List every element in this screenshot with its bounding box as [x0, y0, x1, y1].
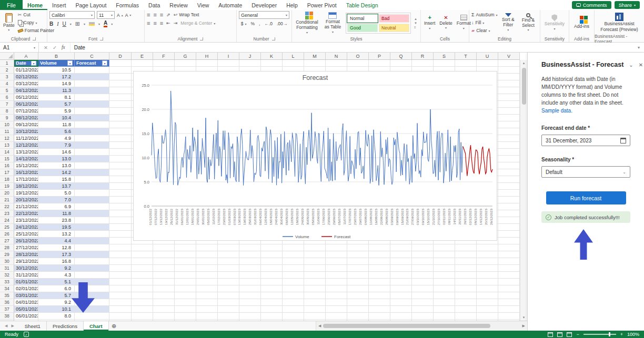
tab-table-design[interactable]: Table Design — [341, 0, 383, 10]
cell[interactable] — [75, 87, 109, 94]
cell[interactable] — [347, 258, 369, 265]
cell[interactable] — [390, 306, 412, 313]
cell[interactable]: 7.9 — [38, 142, 75, 149]
close-icon[interactable]: ✕ — [639, 62, 643, 68]
cell[interactable] — [261, 279, 283, 285]
cell[interactable] — [304, 313, 326, 320]
cell[interactable] — [498, 135, 520, 142]
style-normal[interactable]: Normal — [347, 14, 378, 23]
cell[interactable] — [283, 279, 304, 285]
cell[interactable] — [390, 251, 412, 258]
style-good[interactable]: Good — [347, 24, 378, 32]
format-as-table-button[interactable]: Format as Table▾ — [322, 12, 344, 34]
cell[interactable]: 23/12/2022 — [14, 217, 38, 224]
outdent-icon[interactable]: ⇥ — [174, 21, 178, 26]
run-forecast-button[interactable]: Run forecast — [546, 191, 626, 204]
column-header-L[interactable]: L — [283, 53, 304, 60]
wrap-text-button[interactable]: ↩Wrap Text — [174, 11, 199, 18]
filter-icon[interactable]: ▾ — [67, 60, 73, 66]
cell[interactable] — [75, 210, 109, 217]
scroll-left-icon[interactable]: ◀ — [318, 324, 321, 328]
autosum-button[interactable]: ΣAutoSum▾ — [471, 11, 498, 18]
formula-input[interactable]: Date — [71, 43, 633, 52]
cell[interactable] — [498, 306, 520, 313]
page-break-view-icon[interactable] — [567, 332, 572, 337]
cell[interactable] — [304, 258, 326, 265]
cell[interactable] — [75, 94, 109, 101]
cell[interactable] — [109, 251, 132, 258]
cell[interactable] — [132, 244, 153, 251]
column-header-N[interactable]: N — [326, 53, 347, 60]
align-middle-icon[interactable]: ≡ — [153, 12, 156, 18]
enter-icon[interactable]: ✓ — [53, 45, 57, 50]
row-header-9[interactable]: 9 — [0, 115, 14, 121]
cell[interactable] — [109, 306, 132, 313]
cell[interactable]: 09/12/2022 — [14, 121, 38, 128]
cell[interactable] — [153, 60, 175, 67]
comments-button[interactable]: Comments — [572, 1, 611, 9]
cell[interactable] — [498, 299, 520, 306]
cell[interactable] — [498, 67, 520, 74]
cell[interactable] — [498, 115, 520, 121]
table-header-forecast[interactable]: Forecast▾ — [75, 60, 109, 67]
cell[interactable] — [109, 272, 132, 279]
cell[interactable]: 11/12/2022 — [14, 135, 38, 142]
cell[interactable] — [132, 265, 153, 272]
sheet-tab-sheet1[interactable]: Sheet1 — [19, 321, 47, 331]
cell[interactable] — [477, 285, 498, 292]
gallery-up-icon[interactable]: ▲ — [414, 17, 417, 21]
share-button[interactable]: Share▾ — [615, 1, 640, 9]
cell[interactable] — [283, 313, 304, 320]
cell[interactable] — [261, 306, 283, 313]
column-header-S[interactable]: S — [434, 53, 455, 60]
cell[interactable] — [477, 292, 498, 299]
cell[interactable] — [498, 244, 520, 251]
cell[interactable] — [434, 244, 455, 251]
cell[interactable] — [455, 279, 477, 285]
cell[interactable] — [132, 313, 153, 320]
cell[interactable] — [434, 251, 455, 258]
cell[interactable]: 17/12/2022 — [14, 176, 38, 183]
cell[interactable]: 06/12/2022 — [14, 101, 38, 108]
column-header-H[interactable]: H — [196, 53, 218, 60]
cell[interactable] — [75, 217, 109, 224]
cell[interactable] — [369, 306, 390, 313]
cell[interactable]: 11.3 — [38, 87, 75, 94]
cell[interactable] — [369, 251, 390, 258]
cell[interactable] — [369, 292, 390, 299]
cell[interactable]: 5.9 — [38, 108, 75, 115]
cell[interactable] — [175, 244, 196, 251]
align-top-icon[interactable]: ≡ — [147, 12, 150, 18]
cell[interactable] — [455, 292, 477, 299]
conditional-formatting-button[interactable]: Conditional Formatting▾ — [294, 11, 320, 35]
cell[interactable] — [304, 272, 326, 279]
cell[interactable] — [390, 60, 412, 67]
cell[interactable] — [347, 292, 369, 299]
cell[interactable] — [434, 306, 455, 313]
gallery-down-icon[interactable]: ▼ — [414, 22, 417, 25]
cell[interactable] — [369, 279, 390, 285]
number-format-select[interactable]: General▾ — [239, 11, 289, 19]
cell[interactable] — [326, 272, 347, 279]
cell[interactable] — [132, 60, 153, 67]
font-size-select[interactable]: 11▾ — [97, 11, 115, 19]
column-header-D[interactable]: D — [109, 53, 132, 60]
cell[interactable] — [109, 176, 132, 183]
cell[interactable] — [455, 306, 477, 313]
column-header-P[interactable]: P — [369, 53, 390, 60]
cell[interactable] — [369, 60, 390, 67]
column-header-I[interactable]: I — [218, 53, 239, 60]
cell[interactable] — [498, 265, 520, 272]
zoom-in-icon[interactable]: + — [620, 332, 623, 337]
cell[interactable] — [75, 224, 109, 231]
column-header-J[interactable]: J — [239, 53, 261, 60]
cell[interactable] — [326, 60, 347, 67]
cell[interactable]: 20/12/2022 — [14, 197, 38, 203]
cell[interactable] — [283, 299, 304, 306]
cell[interactable] — [498, 313, 520, 320]
cell[interactable] — [283, 292, 304, 299]
cell[interactable]: 24/12/2022 — [14, 224, 38, 231]
cell[interactable] — [75, 231, 109, 238]
row-header-37[interactable]: 37 — [0, 306, 14, 313]
cell[interactable]: 6.0 — [38, 285, 75, 292]
